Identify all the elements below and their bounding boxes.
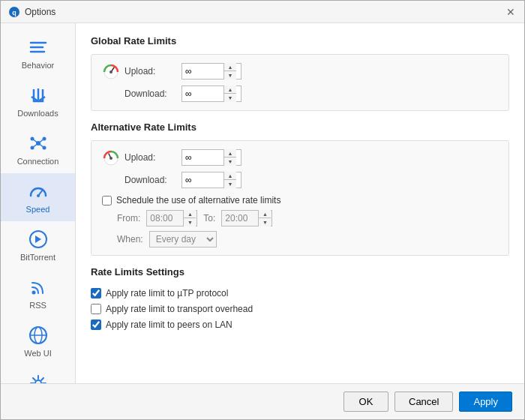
to-time-up-btn[interactable]: ▲ — [259, 210, 271, 218]
alt-speed-icon — [102, 148, 120, 166]
schedule-checkbox[interactable] — [102, 196, 112, 206]
when-label: When: — [117, 234, 143, 244]
alt-rate-limits-section: Upload: ▲ ▼ Download: — [91, 140, 509, 256]
webui-icon — [28, 325, 49, 346]
close-button[interactable]: ✕ — [505, 6, 517, 18]
sidebar-item-rss[interactable]: RSS — [1, 269, 75, 317]
schedule-when-row: When: Every day Weekdays Weekends — [117, 231, 498, 248]
svg-text:q: q — [12, 9, 16, 16]
alt-upload-label: Upload: — [124, 152, 177, 163]
global-upload-up-btn[interactable]: ▲ — [224, 63, 236, 71]
when-select[interactable]: Every day Weekdays Weekends — [149, 231, 217, 248]
global-rate-limits-title: Global Rate Limits — [91, 35, 509, 46]
to-time-input[interactable]: ▲ ▼ — [221, 210, 272, 226]
downloads-icon — [28, 85, 49, 106]
utp-label[interactable]: Apply rate limit to µTP protocol — [106, 288, 228, 298]
sidebar-item-connection[interactable]: Connection — [1, 125, 75, 173]
global-rate-limits-section: Upload: ▲ ▼ Download: — [91, 54, 509, 111]
alt-download-icon-placeholder — [102, 171, 120, 189]
svg-line-11 — [32, 139, 38, 143]
sidebar-item-advanced[interactable]: Advanced — [1, 365, 75, 383]
lan-label[interactable]: Apply rate limit to peers on LAN — [106, 320, 232, 330]
transport-checkbox[interactable] — [91, 304, 101, 314]
global-upload-label: Upload: — [124, 66, 177, 76]
advanced-icon — [28, 373, 49, 383]
title-bar-left: q Options — [8, 6, 56, 18]
from-time-value[interactable] — [147, 211, 183, 226]
connection-icon — [28, 133, 49, 154]
sidebar-item-webui[interactable]: Web UI — [1, 317, 75, 365]
alt-download-spinners: ▲ ▼ — [224, 172, 236, 188]
alt-upload-row: Upload: ▲ ▼ — [102, 148, 498, 166]
rss-icon — [28, 277, 49, 298]
window-body: Behavior Downloads — [1, 23, 524, 383]
svg-point-25 — [110, 70, 112, 74]
sidebar-item-speed[interactable]: Speed — [1, 173, 75, 221]
alt-upload-spinners: ▲ ▼ — [224, 149, 236, 166]
alt-upload-value[interactable] — [182, 150, 224, 165]
ok-button[interactable]: OK — [344, 392, 388, 412]
to-time-spinners: ▲ ▼ — [258, 210, 271, 226]
sidebar: Behavior Downloads — [1, 23, 76, 383]
global-upload-value[interactable] — [182, 64, 224, 79]
main-content: Global Rate Limits Upload: — [76, 23, 524, 383]
speed-icon — [28, 181, 49, 202]
title-bar: q Options ✕ — [1, 1, 524, 23]
from-label: From: — [117, 213, 140, 224]
sidebar-label-behavior: Behavior — [22, 61, 54, 70]
sidebar-item-bittorrent[interactable]: BitTorrent — [1, 221, 75, 269]
schedule-row: Schedule the use of alternative rate lim… — [102, 195, 498, 206]
alt-download-down-btn[interactable]: ▼ — [224, 180, 236, 188]
alt-upload-down-btn[interactable]: ▼ — [224, 158, 236, 166]
lan-checkbox[interactable] — [91, 320, 101, 330]
global-rate-icon — [102, 62, 120, 80]
sidebar-label-connection: Connection — [17, 157, 59, 166]
alt-download-value[interactable] — [182, 172, 224, 188]
transport-label[interactable]: Apply rate limit to transport overhead — [106, 304, 253, 314]
sidebar-item-behavior[interactable]: Behavior — [1, 29, 75, 77]
checkbox-row-transport: Apply rate limit to transport overhead — [91, 304, 509, 314]
cancel-button[interactable]: Cancel — [394, 392, 453, 412]
alt-upload-input[interactable]: ▲ ▼ — [182, 149, 242, 166]
sidebar-label-rss: RSS — [29, 301, 46, 310]
alt-upload-up-btn[interactable]: ▲ — [224, 149, 236, 158]
to-time-down-btn[interactable]: ▼ — [259, 218, 271, 226]
from-time-down-btn[interactable]: ▼ — [184, 218, 196, 226]
svg-point-28 — [110, 157, 112, 160]
alt-download-label: Download: — [124, 175, 177, 185]
alt-download-row: Download: ▲ ▼ — [102, 171, 498, 189]
global-upload-down-btn[interactable]: ▼ — [224, 71, 236, 80]
alt-download-up-btn[interactable]: ▲ — [224, 172, 236, 180]
alt-download-input[interactable]: ▲ ▼ — [182, 172, 242, 188]
to-time-value[interactable] — [222, 211, 258, 226]
svg-line-14 — [38, 143, 44, 148]
speed-gauge-icon — [102, 62, 120, 80]
sidebar-item-downloads[interactable]: Downloads — [1, 77, 75, 125]
apply-button[interactable]: Apply — [459, 392, 512, 412]
window-title: Options — [25, 7, 56, 17]
rate-limits-settings-title: Rate Limits Settings — [91, 266, 509, 278]
global-download-spinners: ▲ ▼ — [224, 86, 236, 102]
global-download-down-btn[interactable]: ▼ — [224, 94, 236, 102]
rate-limits-settings-section: Apply rate limit to µTP protocol Apply r… — [91, 285, 509, 338]
global-upload-input[interactable]: ▲ ▼ — [182, 63, 242, 80]
schedule-label[interactable]: Schedule the use of alternative rate lim… — [116, 195, 280, 206]
global-download-input[interactable]: ▲ ▼ — [182, 86, 242, 102]
global-download-up-btn[interactable]: ▲ — [224, 86, 236, 94]
checkbox-row-lan: Apply rate limit to peers on LAN — [91, 320, 509, 330]
sidebar-label-downloads: Downloads — [17, 109, 58, 118]
global-download-value[interactable] — [182, 86, 224, 101]
from-time-up-btn[interactable]: ▲ — [184, 210, 196, 218]
utp-checkbox[interactable] — [91, 288, 101, 298]
from-time-input[interactable]: ▲ ▼ — [146, 210, 197, 226]
bittorrent-icon — [28, 229, 49, 250]
sidebar-label-webui: Web UI — [24, 349, 51, 358]
to-label: To: — [203, 213, 215, 224]
svg-line-12 — [38, 139, 44, 143]
behavior-icon — [28, 37, 49, 58]
app-icon: q — [8, 6, 20, 18]
alt-rate-icon — [102, 148, 120, 166]
schedule-time-row: From: ▲ ▼ To: ▲ ▼ — [117, 210, 498, 226]
svg-line-13 — [32, 143, 38, 148]
alt-rate-limits-title: Alternative Rate Limits — [91, 122, 509, 133]
